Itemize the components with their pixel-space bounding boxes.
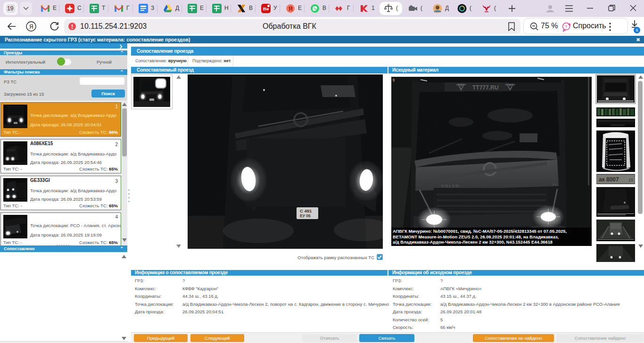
- svg-text:ак 8007: ак 8007: [599, 176, 619, 183]
- svg-text:C 491: C 491: [300, 208, 312, 213]
- svg-text:EУ 05: EУ 05: [300, 213, 311, 218]
- svg-text:АПВГК Мичурино: №b0070001, сви: АПВГК Мичурино: №b0070001, свид. №С-МА/0…: [393, 229, 567, 234]
- svg-text:?: ?: [565, 24, 567, 29]
- svg-text:BETAMONT Measure-in-Motion ZEU: BETAMONT Measure-in-Motion ZEUS 2.0, 26.…: [393, 235, 559, 239]
- svg-text:а/д Владикавказ-Ардон-Чикола-Л: а/д Владикавказ-Ардон-Чикола-Лескен 2 км…: [393, 240, 553, 245]
- svg-text:15: 15: [628, 178, 633, 182]
- svg-text:Ви: Ви: [263, 7, 269, 11]
- svg-text:Я: Я: [29, 24, 33, 30]
- svg-text:g: g: [393, 78, 395, 82]
- svg-text:Я: Я: [289, 6, 293, 12]
